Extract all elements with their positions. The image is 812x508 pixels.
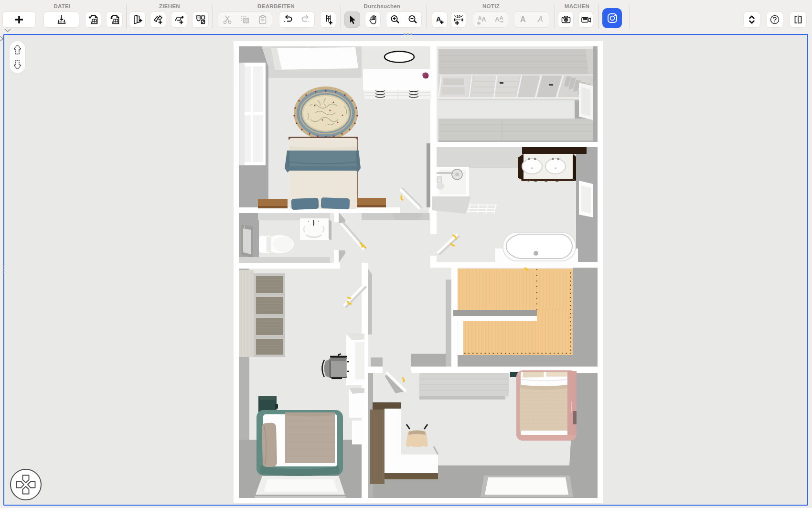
svg-text:A: A: [500, 15, 503, 21]
svg-text:A: A: [537, 15, 543, 23]
svg-text:A: A: [436, 15, 441, 23]
svg-text:A: A: [520, 15, 526, 23]
svg-text:10: 10: [457, 14, 461, 19]
svg-text:A: A: [481, 16, 486, 23]
svg-text:A: A: [495, 16, 500, 23]
